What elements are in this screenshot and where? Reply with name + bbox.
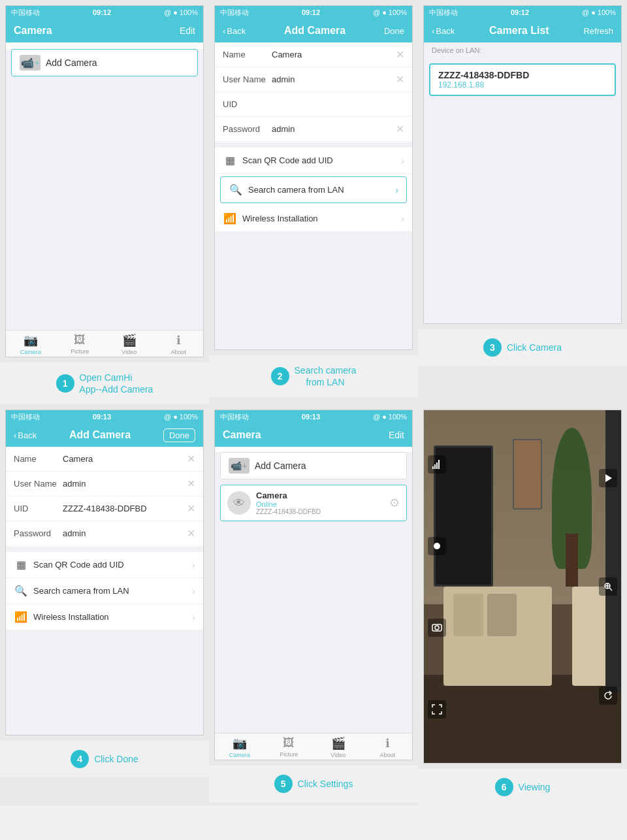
video-tab-icon: 🎬 — [122, 333, 137, 347]
time4: 09:13 — [93, 413, 111, 421]
snapshot-icon[interactable] — [428, 619, 446, 637]
screen2-done-btn[interactable]: Done — [384, 26, 404, 36]
status-icons3: @ ● 100% — [582, 8, 616, 16]
add-camera-label: Add Camera — [46, 57, 97, 68]
tab5-picture-label: Picture — [280, 751, 298, 758]
clear4-uid[interactable]: ✕ — [187, 502, 195, 515]
viewing-left-icons — [428, 410, 446, 763]
fullscreen-icon[interactable] — [428, 700, 446, 719]
about-tab-icon: ℹ — [176, 333, 181, 347]
value-username[interactable]: admin — [272, 74, 396, 84]
step4-text: Click Done — [94, 753, 138, 765]
scan4-qr-option[interactable]: ▦ Scan QR Code add UID › — [6, 552, 203, 578]
carrier4: 中国移动 — [11, 412, 40, 422]
screen2-nav: ‹ Back Add Camera Done — [215, 19, 412, 42]
screen5-container: 中国移动 09:13 @ ● 100% Camera Edit 📹+ Add C… — [209, 404, 418, 805]
step3-circle: 3 — [483, 338, 502, 357]
step5-circle: 5 — [274, 775, 293, 793]
screen4-back-btn[interactable]: ‹ Back — [14, 430, 37, 440]
tab5-picture-icon: 🖼 — [283, 736, 295, 750]
scan-qr-arrow: › — [401, 155, 404, 166]
value4-name[interactable]: Camera — [63, 454, 187, 464]
step1-circle: 1 — [56, 374, 74, 393]
screen5-device-row[interactable]: 👁 Camera Online ZZZZ-418438-DDFBD ⚙ — [220, 485, 407, 521]
tab-video[interactable]: 🎬 Video — [104, 333, 154, 355]
value4-username[interactable]: admin — [63, 479, 187, 489]
tab5-video-icon: 🎬 — [331, 736, 346, 751]
screen3-back-btn[interactable]: ‹ Back — [432, 26, 455, 36]
add-camera-row[interactable]: 📹 + Add Camera — [11, 49, 198, 76]
tab-picture[interactable]: 🖼 Picture — [56, 333, 105, 355]
camera-tab-label: Camera — [20, 349, 41, 355]
step6-circle: 6 — [495, 778, 513, 796]
step2-label-area: 2 Search camera from LAN — [209, 355, 418, 397]
clear4-password[interactable]: ✕ — [187, 527, 195, 540]
step4-label-area: 4 Click Done — [0, 741, 209, 777]
viewing-right-icons — [599, 410, 617, 763]
screen5-edit-btn[interactable]: Edit — [389, 430, 404, 440]
scan-qr-label: Scan QR Code add UID — [242, 155, 396, 165]
value-name[interactable]: Camera — [272, 50, 396, 59]
screen5-add-label: Add Camera — [255, 460, 306, 471]
record-icon[interactable] — [428, 537, 446, 555]
tab5-video-label: Video — [330, 752, 346, 758]
screen5-cam-status: Online — [256, 500, 384, 508]
screen1-edit-btn[interactable]: Edit — [180, 25, 195, 36]
rotate-icon[interactable] — [599, 687, 617, 705]
value4-uid[interactable]: ZZZZ-418438-DDFBD — [63, 504, 187, 513]
clear4-name[interactable]: ✕ — [187, 453, 195, 465]
search4-camera-option[interactable]: 🔍 Search camera from LAN › — [6, 578, 203, 604]
step5-label-area: 5 Click Settings — [209, 766, 418, 802]
step5-text: Click Settings — [298, 778, 353, 790]
label4-username: User Name — [14, 479, 63, 489]
form4-row-password: Password admin ✕ — [6, 521, 203, 546]
tab-camera[interactable]: 📷 Camera — [6, 333, 56, 355]
device-on-lan-label: Device on LAN: — [424, 42, 621, 58]
camera-uid-text: ZZZZ-418438-DDFBD — [438, 70, 607, 80]
clear-name[interactable]: ✕ — [396, 48, 404, 61]
tab5-camera[interactable]: 📷 Camera — [215, 736, 265, 758]
wireless4-option[interactable]: 📶 Wireless Installation › — [6, 604, 203, 630]
scan-qr-option[interactable]: ▦ Scan QR Code add UID › — [215, 148, 412, 174]
step1-label-area: 1 Open CamHi App--Add Camera — [0, 363, 209, 404]
screen1-nav-title: Camera — [14, 25, 52, 37]
clear-password[interactable]: ✕ — [396, 123, 404, 135]
camera-ip-text: 192.168.1.88 — [438, 80, 607, 89]
tab5-camera-icon: 📷 — [233, 736, 247, 751]
carrier3: 中国移动 — [429, 8, 458, 18]
tab-about[interactable]: ℹ About — [154, 333, 204, 355]
screen3-nav-title: Camera List — [455, 25, 583, 37]
screen2-back-btn[interactable]: ‹ Back — [223, 26, 246, 36]
value4-password[interactable]: admin — [63, 528, 187, 538]
carrier1: 中国移动 — [11, 8, 40, 18]
wifi-icon: 📶 — [223, 212, 237, 225]
form-row-username: User Name admin ✕ — [215, 67, 412, 92]
play-icon[interactable] — [599, 469, 617, 487]
wireless4-label: Wireless Installation — [33, 612, 187, 622]
screen5-add-camera[interactable]: 📹+ Add Camera — [220, 452, 407, 479]
screen4-nav-title: Add Camera — [37, 429, 163, 441]
screen4-done-btn[interactable]: Done — [163, 428, 195, 442]
camera-list-item[interactable]: ZZZZ-418438-DDFBD 192.168.1.88 — [429, 63, 616, 96]
screen3-nav: ‹ Back Camera List Refresh — [424, 19, 621, 42]
screen1-tab-bar: 📷 Camera 🖼 Picture 🎬 Video ℹ About — [6, 330, 203, 357]
wireless-option[interactable]: 📶 Wireless Installation › — [215, 206, 412, 232]
search4-label: Search camera from LAN — [33, 586, 187, 596]
svg-line-5 — [609, 589, 612, 591]
wireless-arrow: › — [401, 214, 404, 224]
tab5-video[interactable]: 🎬 Video — [314, 736, 363, 758]
clear4-username[interactable]: ✕ — [187, 477, 195, 490]
tab5-about[interactable]: ℹ About — [363, 736, 413, 758]
screen5-settings-icon[interactable]: ⚙ — [389, 496, 400, 510]
clear-username[interactable]: ✕ — [396, 73, 404, 86]
search-camera-option[interactable]: 🔍 Search camera from LAN › — [220, 176, 407, 203]
screen3-status-bar: 中国移动 09:12 @ ● 100% — [424, 6, 621, 19]
search-arrow: › — [395, 185, 398, 195]
video-tab-label: Video — [121, 349, 137, 355]
screen2-form: Name Camera ✕ User Name admin ✕ UID Pass… — [215, 42, 412, 142]
value-password[interactable]: admin — [272, 124, 396, 134]
screen3-refresh-btn[interactable]: Refresh — [583, 26, 613, 36]
signal-icon[interactable] — [428, 455, 446, 474]
zoom-in-icon[interactable] — [599, 577, 617, 596]
tab5-picture[interactable]: 🖼 Picture — [265, 736, 314, 758]
